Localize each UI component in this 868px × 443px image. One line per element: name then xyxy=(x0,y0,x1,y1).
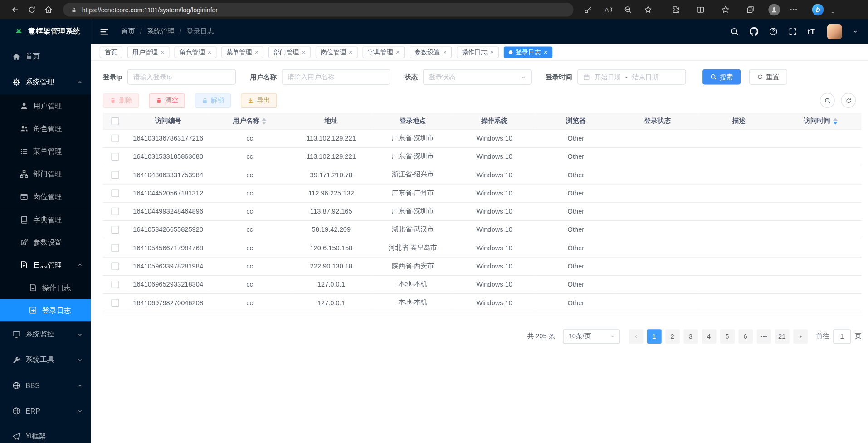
export-button[interactable]: 导出 xyxy=(241,93,277,108)
tab-user-management[interactable]: 用户管理× xyxy=(127,46,170,58)
sidebar-item-login-log[interactable]: 登录日志 xyxy=(0,299,91,321)
sidebar-item-erp[interactable]: ERP xyxy=(0,398,91,424)
row-checkbox[interactable] xyxy=(111,281,119,288)
chevron-down-icon[interactable] xyxy=(853,29,858,34)
date-range-picker[interactable]: 开始日期 - 结束日期 xyxy=(577,69,686,85)
close-icon[interactable]: × xyxy=(443,49,447,55)
favorites-icon[interactable] xyxy=(718,3,731,16)
search-icon[interactable] xyxy=(730,27,739,36)
reset-button[interactable]: 重置 xyxy=(749,69,787,85)
page-button-1[interactable]: 1 xyxy=(647,329,661,344)
prev-page-button[interactable] xyxy=(629,329,643,344)
copilot-icon[interactable]: b xyxy=(812,4,824,16)
unlock-button[interactable]: 解锁 xyxy=(195,93,231,108)
row-checkbox[interactable] xyxy=(111,262,119,270)
page-size-select[interactable]: 10条/页 xyxy=(563,329,620,344)
close-icon[interactable]: × xyxy=(349,49,353,55)
sidebar-item-user-management[interactable]: 用户管理 xyxy=(0,95,91,117)
sort-icon[interactable] xyxy=(833,117,838,124)
sidebar-item-post-management[interactable]: 岗位管理 xyxy=(0,185,91,208)
sidebar-item-bbs[interactable]: BBS xyxy=(0,373,91,398)
tab-login-log[interactable]: 登录日志× xyxy=(504,46,552,58)
browser-home-button[interactable] xyxy=(40,2,57,17)
username-input[interactable] xyxy=(282,69,390,85)
sort-icon[interactable] xyxy=(262,117,267,124)
page-button-6[interactable]: 6 xyxy=(738,329,753,344)
sidebar-item-operation-log[interactable]: 操作日志 xyxy=(0,276,91,299)
row-checkbox[interactable] xyxy=(111,299,119,307)
tab-operation-log[interactable]: 操作日志× xyxy=(457,46,499,58)
column-header-8[interactable]: 访问时间 xyxy=(780,113,862,129)
sidebar-item-menu-management[interactable]: 菜单管理 xyxy=(0,140,91,163)
tab-post-management[interactable]: 岗位管理× xyxy=(316,46,358,58)
row-checkbox[interactable] xyxy=(111,208,119,215)
tab-param-settings[interactable]: 参数设置× xyxy=(410,46,452,58)
user-avatar[interactable] xyxy=(827,24,842,39)
sidebar-item-param-settings[interactable]: 参数设置 xyxy=(0,231,91,253)
column-header-1[interactable]: 用户名称 xyxy=(209,113,291,129)
tab-menu-management[interactable]: 菜单管理× xyxy=(221,46,263,58)
select-all-checkbox[interactable] xyxy=(111,117,119,125)
sidebar-item-role-management[interactable]: 角色管理 xyxy=(0,117,91,140)
row-checkbox[interactable] xyxy=(111,244,119,252)
search-button[interactable]: 搜索 xyxy=(702,69,741,85)
sidebar-item-log-management[interactable]: 日志管理 xyxy=(0,253,91,276)
page-button-3[interactable]: 3 xyxy=(683,329,698,344)
zoom-out-icon[interactable] xyxy=(621,3,634,16)
close-icon[interactable]: × xyxy=(255,49,259,55)
close-icon[interactable]: × xyxy=(161,49,165,55)
copilot-caret-icon[interactable] xyxy=(830,10,835,15)
sidebar-item-system-monitor[interactable]: 系统监控 xyxy=(0,321,91,347)
page-button-4[interactable]: 4 xyxy=(702,329,716,344)
browser-refresh-button[interactable] xyxy=(23,2,40,17)
breadcrumb-home[interactable]: 首页 xyxy=(121,27,135,36)
refresh-table-button[interactable] xyxy=(841,93,856,108)
toggle-search-button[interactable] xyxy=(820,93,835,108)
delete-button[interactable]: 删除 xyxy=(103,93,139,108)
sidebar-item-dict-management[interactable]: 字典管理 xyxy=(0,208,91,231)
close-icon[interactable]: × xyxy=(396,49,400,55)
collections-icon[interactable] xyxy=(743,3,756,16)
sidebar-item-department-management[interactable]: 部门管理 xyxy=(0,163,91,185)
collapse-menu-icon[interactable] xyxy=(100,27,109,36)
browser-profile-avatar[interactable] xyxy=(768,4,780,16)
tab-department-management[interactable]: 部门管理× xyxy=(268,46,311,58)
tab-home[interactable]: 首页 xyxy=(100,46,122,58)
row-checkbox[interactable] xyxy=(111,171,119,179)
close-icon[interactable]: × xyxy=(302,49,306,55)
status-select[interactable]: 登录状态 xyxy=(423,69,531,85)
tab-dict-management[interactable]: 字典管理× xyxy=(363,46,405,58)
close-icon[interactable]: × xyxy=(490,49,494,55)
help-icon[interactable]: ? xyxy=(769,27,778,36)
password-key-icon[interactable] xyxy=(581,3,595,16)
site-lock-icon[interactable] xyxy=(71,6,77,13)
sidebar-item-home[interactable]: 首页 xyxy=(0,44,91,69)
read-aloud-icon[interactable]: A xyxy=(601,3,614,16)
sidebar-item-yi-framework[interactable]: Yi框架 xyxy=(0,424,91,443)
font-size-icon[interactable]: tT xyxy=(808,27,815,35)
address-bar[interactable]: https://ccnetcore.com:1101/system/log/lo… xyxy=(63,3,573,17)
close-icon[interactable]: × xyxy=(544,49,548,55)
goto-page-input[interactable] xyxy=(833,329,851,344)
next-page-button[interactable] xyxy=(793,329,808,344)
app-logo[interactable]: 意框架管理系统 xyxy=(0,19,91,44)
sidebar-item-system-management[interactable]: 系统管理 xyxy=(0,69,91,95)
close-icon[interactable]: × xyxy=(208,49,212,55)
page-button-2[interactable]: 2 xyxy=(665,329,680,344)
row-checkbox[interactable] xyxy=(111,135,119,142)
sidebar-item-system-tools[interactable]: 系统工具 xyxy=(0,347,91,372)
row-checkbox[interactable] xyxy=(111,189,119,197)
row-checkbox[interactable] xyxy=(111,153,119,161)
github-icon[interactable] xyxy=(749,27,758,36)
row-checkbox[interactable] xyxy=(111,226,119,234)
fullscreen-icon[interactable] xyxy=(788,27,797,36)
page-button-5[interactable]: 5 xyxy=(720,329,735,344)
extensions-icon[interactable] xyxy=(669,3,682,16)
settings-more-icon[interactable] xyxy=(787,3,800,16)
clear-button[interactable]: 清空 xyxy=(149,93,185,108)
tab-role-management[interactable]: 角色管理× xyxy=(175,46,217,58)
page-button-21[interactable]: 21 xyxy=(775,329,789,344)
add-favorite-icon[interactable] xyxy=(641,3,654,16)
breadcrumb-system-management[interactable]: 系统管理 xyxy=(147,27,175,36)
page-button-more[interactable]: ••• xyxy=(756,329,771,344)
